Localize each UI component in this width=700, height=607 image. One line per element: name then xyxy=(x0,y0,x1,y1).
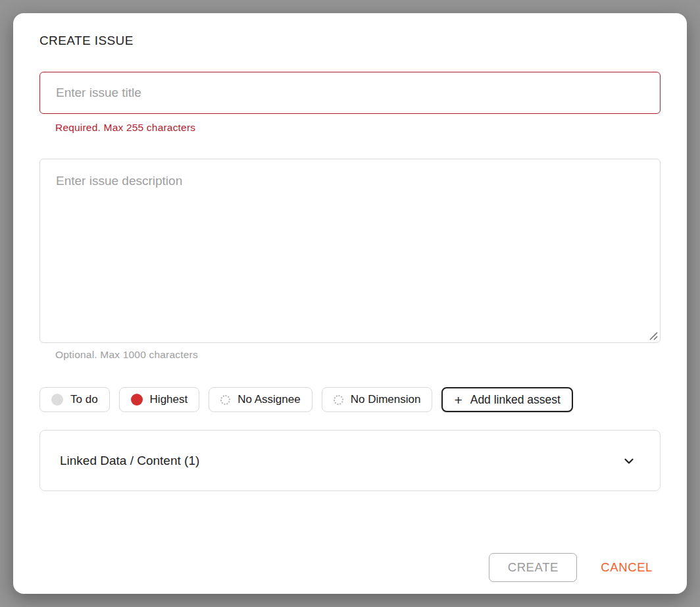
issue-description-wrap xyxy=(39,159,661,343)
dashed-circle-icon xyxy=(220,395,230,405)
assignee-chip-label: No Assignee xyxy=(238,393,300,406)
status-chip[interactable]: To do xyxy=(39,387,110,412)
assignee-chip[interactable]: No Assignee xyxy=(209,387,312,412)
linked-data-section-label: Linked Data / Content (1) xyxy=(60,454,199,468)
status-chip-label: To do xyxy=(70,393,98,406)
dimension-chip-label: No Dimension xyxy=(351,393,421,406)
textarea-resize-handle[interactable] xyxy=(649,331,658,340)
chevron-down-icon[interactable] xyxy=(622,454,636,468)
linked-data-section-header[interactable]: Linked Data / Content (1) xyxy=(39,430,661,491)
dialog-footer: CREATE CANCEL xyxy=(489,553,661,582)
status-circle-icon xyxy=(51,394,63,406)
dialog-title: CREATE ISSUE xyxy=(39,34,661,48)
description-helper-text: Optional. Max 1000 characters xyxy=(55,349,661,361)
dimension-chip[interactable]: No Dimension xyxy=(322,387,433,412)
plus-icon: + xyxy=(454,393,462,407)
issue-description-textarea[interactable] xyxy=(39,159,661,343)
create-issue-dialog: CREATE ISSUE Required. Max 255 character… xyxy=(13,13,687,594)
issue-title-input[interactable] xyxy=(39,72,661,114)
priority-circle-icon xyxy=(131,394,143,406)
add-linked-asset-button[interactable]: + Add linked assest xyxy=(441,387,572,412)
title-helper-text: Required. Max 255 characters xyxy=(55,122,661,134)
create-button[interactable]: CREATE xyxy=(489,553,577,582)
issue-attributes-row: To do Highest No Assignee No Dimension +… xyxy=(39,387,661,412)
cancel-button[interactable]: CANCEL xyxy=(593,555,661,580)
dashed-circle-icon xyxy=(334,395,343,405)
priority-chip-label: Highest xyxy=(150,393,188,406)
add-linked-asset-label: Add linked assest xyxy=(470,393,561,407)
priority-chip[interactable]: Highest xyxy=(119,387,200,412)
